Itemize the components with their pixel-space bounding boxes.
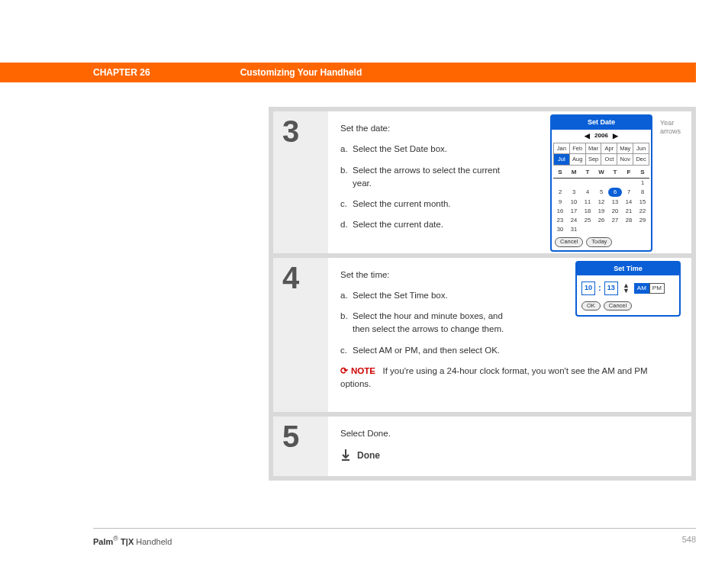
- dow-header: SMTWTFS: [553, 167, 649, 179]
- note-icon: ⟳: [340, 366, 348, 375]
- day-cell[interactable]: 31: [567, 225, 581, 234]
- month-cell[interactable]: Dec: [633, 154, 649, 165]
- step-5: 5 Select Done. Done: [273, 417, 691, 475]
- step-number: 3: [273, 111, 328, 253]
- month-cell[interactable]: May: [617, 143, 633, 154]
- day-cell[interactable]: 16: [553, 206, 567, 215]
- substep: c.Select the current month.: [340, 198, 501, 211]
- day-cell[interactable]: 3: [567, 188, 581, 197]
- day-cell: [622, 179, 636, 188]
- page-number: 548: [682, 535, 696, 546]
- today-button[interactable]: Today: [586, 237, 612, 247]
- month-cell[interactable]: Feb: [570, 143, 586, 154]
- month-cell[interactable]: Sep: [586, 154, 602, 165]
- substep-text: Select the Set Date box.: [353, 144, 447, 153]
- substep: a.Select the Set Time box.: [340, 289, 505, 302]
- month-cell[interactable]: Jan: [554, 143, 570, 154]
- dow-cell: F: [622, 167, 636, 178]
- dow-cell: S: [553, 167, 567, 178]
- day-cell: [553, 179, 567, 188]
- day-cell[interactable]: 8: [636, 188, 649, 197]
- substep: b.Select the hour and minute boxes, and …: [340, 310, 505, 336]
- day-cell[interactable]: 27: [608, 216, 622, 225]
- day-grid: 1234567891011121314151617181920212223242…: [553, 179, 649, 235]
- steps-container: 3 Set the date: a.Select the Set Date bo…: [269, 107, 696, 481]
- note-text: If you're using a 24-hour clock format, …: [340, 366, 648, 388]
- pm-button[interactable]: PM: [649, 283, 665, 294]
- dow-cell: T: [608, 167, 622, 178]
- day-cell[interactable]: 13: [608, 197, 622, 206]
- day-cell[interactable]: 22: [636, 206, 649, 215]
- callout-line: Year: [660, 119, 681, 127]
- footer-brand: Palm® T|X Handheld: [93, 535, 172, 546]
- day-cell[interactable]: 23: [553, 216, 567, 225]
- set-date-dialog: Set Date ◀ 2006 ▶ JanFebMarAprMayJunJulA…: [550, 114, 652, 252]
- done-indicator: Done: [340, 449, 679, 462]
- month-cell[interactable]: Aug: [570, 154, 586, 165]
- year-next-arrow-icon[interactable]: ▶: [613, 131, 618, 142]
- day-cell[interactable]: 14: [622, 197, 636, 206]
- step-intro: Set the date:: [340, 122, 501, 135]
- year-arrows-callout: Year arrows: [660, 119, 681, 136]
- cancel-button[interactable]: Cancel: [604, 301, 632, 311]
- substep-text: Select the arrows to select the current …: [353, 166, 500, 188]
- step-body: Set the time: a.Select the Set Time box.…: [328, 258, 691, 413]
- day-cell[interactable]: 11: [581, 197, 594, 206]
- day-cell[interactable]: 17: [567, 206, 581, 215]
- ok-button[interactable]: OK: [581, 301, 601, 311]
- day-cell[interactable]: 18: [581, 206, 594, 215]
- day-cell[interactable]: 20: [608, 206, 622, 215]
- month-cell[interactable]: Mar: [586, 143, 602, 154]
- brand-model: T|X: [118, 537, 134, 546]
- day-cell[interactable]: 10: [567, 197, 581, 206]
- brand-tail: Handheld: [134, 537, 172, 546]
- day-cell: [622, 225, 636, 234]
- day-cell[interactable]: 30: [553, 225, 567, 234]
- note-label: NOTE: [351, 366, 375, 375]
- substep: d.Select the current date.: [340, 218, 501, 231]
- am-button[interactable]: AM: [634, 283, 649, 294]
- day-cell[interactable]: 21: [622, 206, 636, 215]
- chapter-title: Customizing Your Handheld: [240, 67, 362, 78]
- step-number: 4: [273, 258, 328, 413]
- day-cell[interactable]: 1: [636, 179, 649, 188]
- day-cell[interactable]: 7: [622, 188, 636, 197]
- month-cell[interactable]: Jul: [554, 154, 570, 165]
- month-cell[interactable]: Jun: [633, 143, 649, 154]
- day-cell: [636, 225, 649, 234]
- minute-box[interactable]: 13: [604, 282, 618, 295]
- arrow-down-icon[interactable]: ▼: [623, 288, 630, 293]
- substep-text: Select the current date.: [353, 220, 443, 229]
- day-cell[interactable]: 12: [594, 197, 608, 206]
- day-cell[interactable]: 28: [622, 216, 636, 225]
- day-cell[interactable]: 4: [581, 188, 594, 197]
- substep: c.Select AM or PM, and then select OK.: [340, 344, 679, 357]
- step-3: 3 Set the date: a.Select the Set Date bo…: [273, 111, 691, 258]
- month-cell[interactable]: Nov: [617, 154, 633, 165]
- substep-text: Select the current month.: [353, 199, 450, 208]
- dow-cell: S: [636, 167, 649, 178]
- day-cell[interactable]: 15: [636, 197, 649, 206]
- day-cell[interactable]: 26: [594, 216, 608, 225]
- month-cell[interactable]: Oct: [601, 154, 617, 165]
- dialog-title: Set Time: [577, 262, 679, 276]
- day-cell[interactable]: 29: [636, 216, 649, 225]
- time-stepper[interactable]: ▲▼: [623, 283, 630, 293]
- hour-box[interactable]: 10: [581, 282, 595, 295]
- day-cell[interactable]: 2: [553, 188, 567, 197]
- day-cell[interactable]: 19: [594, 206, 608, 215]
- day-cell[interactable]: 25: [581, 216, 594, 225]
- day-cell[interactable]: 9: [553, 197, 567, 206]
- dow-cell: M: [567, 167, 581, 178]
- day-cell[interactable]: 24: [567, 216, 581, 225]
- month-cell[interactable]: Apr: [601, 143, 617, 154]
- year-prev-arrow-icon[interactable]: ◀: [585, 131, 590, 142]
- step-intro: Set the time:: [340, 269, 505, 282]
- day-cell[interactable]: 6: [608, 188, 622, 197]
- callout-line: arrows: [660, 127, 681, 136]
- step-intro: Select Done.: [340, 427, 679, 440]
- day-cell[interactable]: 5: [594, 188, 608, 197]
- brand-name: Palm: [93, 537, 113, 546]
- step-number: 5: [273, 417, 328, 475]
- cancel-button[interactable]: Cancel: [555, 237, 583, 247]
